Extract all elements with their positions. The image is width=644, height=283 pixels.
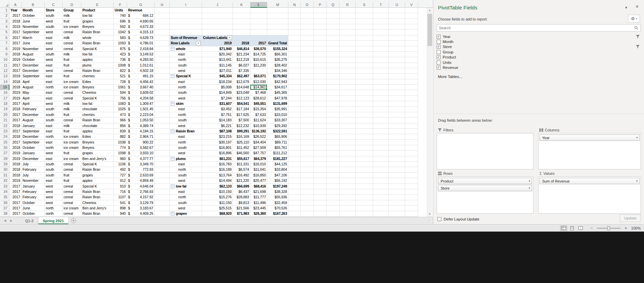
cell-P20[interactable]: [314, 112, 327, 118]
cell-U27[interactable]: [389, 151, 405, 156]
cell-P31[interactable]: [314, 173, 327, 178]
cell-I19[interactable]: east: [170, 107, 202, 112]
cell-O16[interactable]: [301, 90, 314, 95]
cell-O11[interactable]: [301, 63, 314, 68]
cell-K35[interactable]: $28,883: [233, 195, 250, 200]
cell-G30[interactable]: $772.93: [127, 167, 155, 172]
cell-C21[interactable]: south: [45, 118, 63, 123]
cell-D37[interactable]: ice cream: [63, 206, 81, 211]
cell-J17[interactable]: $7,244: [202, 96, 233, 101]
sheet-tab-q1-3[interactable]: Q1-3: [21, 217, 38, 224]
field-item-units[interactable]: Units: [437, 60, 641, 65]
cell-Q4[interactable]: [327, 24, 339, 30]
cell-O34[interactable]: [301, 189, 314, 195]
cell-C11[interactable]: east: [45, 63, 63, 68]
cell-K11[interactable]: $6,027: [233, 63, 250, 68]
cell-E1[interactable]: Product: [81, 8, 114, 13]
cell-L32[interactable]: $20,477: [250, 178, 267, 184]
cell-E9[interactable]: low fat: [81, 52, 114, 57]
cell-D24[interactable]: ice cream: [63, 134, 81, 139]
cell-D10[interactable]: fruit: [63, 57, 81, 63]
cell-F38[interactable]: 940: [114, 211, 127, 216]
cell-E24[interactable]: Edies: [81, 134, 114, 139]
cell-E14[interactable]: Edies: [81, 79, 114, 85]
cell-R29[interactable]: [339, 162, 356, 167]
cell-C22[interactable]: east: [45, 123, 63, 129]
cell-P8[interactable]: [314, 46, 327, 52]
cell-O3[interactable]: [301, 19, 314, 24]
cell-F7[interactable]: 1093: [114, 41, 127, 46]
cell-M29[interactable]: $44,125: [267, 162, 288, 167]
column-header-R[interactable]: R: [339, 2, 356, 8]
cell-I22[interactable]: west: [170, 123, 202, 129]
cell-M34[interactable]: $38,328: [267, 189, 288, 195]
row-header-15[interactable]: 15: [0, 85, 9, 90]
cell-G1[interactable]: Revenue: [127, 8, 155, 13]
cell-T9[interactable]: [373, 52, 389, 57]
field-checkbox-group[interactable]: [437, 50, 441, 54]
cell-A35[interactable]: 2017: [9, 195, 22, 200]
row-header-32[interactable]: 32: [0, 178, 9, 184]
cell-A37[interactable]: 2017: [9, 206, 22, 211]
cell-J7[interactable]: 2019: [202, 41, 233, 46]
cell-J5[interactable]: [202, 30, 233, 35]
cell-G8[interactable]: $2,418.84: [127, 46, 155, 52]
column-header-D[interactable]: D: [63, 2, 81, 8]
cell-U3[interactable]: [389, 19, 405, 24]
normal-view-button[interactable]: [560, 225, 567, 231]
cell-F13[interactable]: 521: [114, 74, 127, 79]
cell-J35[interactable]: $15,276: [202, 195, 233, 200]
cell-G16[interactable]: $3,609.02: [127, 90, 155, 95]
cell-O5[interactable]: [301, 30, 314, 35]
cell-R10[interactable]: [339, 57, 356, 63]
cell-A28[interactable]: 2019: [9, 156, 22, 162]
cell-K8[interactable]: $46,814: [233, 46, 250, 52]
cell-B3[interactable]: June: [22, 19, 45, 24]
cell-V11[interactable]: [405, 63, 418, 68]
cell-V19[interactable]: [405, 107, 418, 112]
cell-F27[interactable]: 1098: [114, 151, 127, 156]
row-header-1[interactable]: 1: [0, 8, 9, 13]
cell-V38[interactable]: [405, 211, 418, 216]
cell-V34[interactable]: [405, 189, 418, 195]
cell-K5[interactable]: [233, 30, 250, 35]
cell-N1[interactable]: [288, 8, 301, 13]
cell-D15[interactable]: ice cream: [63, 85, 81, 90]
cell-K30[interactable]: $6,574: [233, 167, 250, 172]
collapse-button[interactable]: −: [171, 129, 174, 133]
cell-F23[interactable]: 839: [114, 129, 127, 134]
cell-D21[interactable]: cereal: [63, 118, 81, 123]
cell-R22[interactable]: [339, 123, 356, 129]
cell-A22[interactable]: 2018: [9, 123, 22, 129]
cell-O13[interactable]: [301, 74, 314, 79]
cell-E5[interactable]: Raisin Bran: [81, 30, 114, 35]
cell-N7[interactable]: [288, 41, 301, 46]
cell-D7[interactable]: cereal: [63, 41, 81, 46]
cell-S14[interactable]: [356, 79, 373, 85]
cell-L23[interactable]: $136,192: [250, 129, 267, 134]
cell-M5[interactable]: [267, 30, 288, 35]
cell-L37[interactable]: $23,445: [250, 206, 267, 211]
cell-N17[interactable]: [288, 96, 301, 101]
collapse-button[interactable]: −: [171, 74, 174, 78]
cell-F24[interactable]: 882: [114, 134, 127, 139]
cell-H23[interactable]: [155, 129, 170, 134]
column-header-C[interactable]: C: [45, 2, 63, 8]
cell-D32[interactable]: fruit: [63, 178, 81, 184]
collapse-button[interactable]: −: [171, 102, 174, 106]
cell-N12[interactable]: [288, 68, 301, 74]
cell-C1[interactable]: Store: [45, 8, 63, 13]
cell-E30[interactable]: Raisin Bran: [81, 167, 114, 172]
cell-J28[interactable]: $61,231: [202, 156, 233, 162]
cell-L34[interactable]: $21,698: [250, 189, 267, 195]
cell-R20[interactable]: [339, 112, 356, 118]
cell-J37[interactable]: $25,515: [202, 206, 233, 211]
cell-B33[interactable]: January: [22, 184, 45, 189]
cell-O28[interactable]: [301, 156, 314, 162]
cell-P1[interactable]: [314, 8, 327, 13]
row-header-5[interactable]: 5: [0, 30, 9, 35]
cell-Q30[interactable]: [327, 167, 339, 172]
cell-B9[interactable]: August: [22, 52, 45, 57]
field-checkbox-year[interactable]: ✓: [437, 35, 441, 39]
cell-C20[interactable]: south: [45, 112, 63, 118]
